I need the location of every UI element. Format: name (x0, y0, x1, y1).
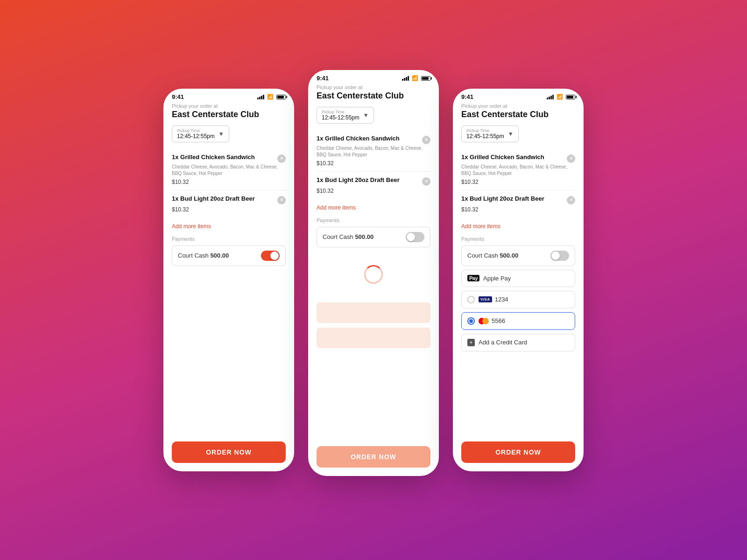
pickup-time-label-center: Pickup Time (322, 110, 359, 114)
phone-left: 9:41 📶 Pickup your order at East Centers… (163, 89, 294, 471)
status-icons-center: 📶 (402, 75, 430, 81)
apple-pay-row-right[interactable]: Pay Apple Pay (461, 270, 575, 287)
pickup-time-value-right: 12:45-12:55pm (466, 133, 504, 140)
court-cash-toggle-right[interactable] (550, 251, 569, 261)
status-bar-right: 9:41 📶 (453, 89, 584, 103)
battery-icon-center (421, 76, 430, 81)
skeleton-row-2 (317, 328, 430, 348)
item-desc-0-right: Cheddar Cheese, Avocado, Bacon, Mac & Ch… (461, 164, 575, 177)
court-cash-toggle-center[interactable] (406, 232, 424, 242)
pickup-label-center: Pickup your order at (317, 84, 430, 90)
court-cash-row-left: Court Cash 500.00 (172, 245, 286, 266)
loading-area-center (317, 251, 430, 348)
item-name-1-left: 1x Bud Light 20oz Draft Beer (172, 195, 277, 202)
pickup-time-value-left: 12:45-12:55pm (177, 133, 215, 140)
chevron-down-icon-right: ▼ (508, 131, 514, 137)
wifi-icon-left: 📶 (267, 94, 274, 100)
signal-icon-right (547, 95, 554, 99)
phone-right-content: Pickup your order at East Centerstate Cl… (453, 103, 584, 441)
item-desc-0-center: Cheddar Cheese, Avocado, Bacon, Mac & Ch… (317, 145, 430, 158)
phone-center-content: Pickup your order at East Centerstate Cl… (308, 84, 439, 446)
status-time-left: 9:41 (172, 93, 184, 100)
order-item-1-right: 1x Bud Light 20oz Draft Beer ✕ $10.32 (461, 190, 575, 217)
venue-name-right: East Centerstate Club (461, 110, 575, 120)
order-now-button-center[interactable]: ORDER NOW (317, 446, 430, 468)
remove-item-1-left[interactable]: ✕ (277, 196, 286, 204)
add-more-link-left[interactable]: Add more items (172, 223, 286, 230)
pickup-time-box-right[interactable]: Pickup Time 12:45-12:55pm ▼ (461, 126, 519, 142)
court-cash-text-center: Court Cash 500.00 (323, 233, 374, 240)
add-card-label: Add a Credit Card (479, 339, 527, 346)
item-name-0-center: 1x Grilled Chicken Sandwich (317, 135, 422, 142)
add-card-content: + Add a Credit Card (467, 339, 527, 346)
pickup-label-right: Pickup your order at (461, 103, 575, 109)
mastercard-card-number-right: 5566 (492, 317, 505, 324)
remove-item-1-right[interactable]: ✕ (567, 196, 575, 204)
phone-center: 9:41 📶 Pickup your order at East Centers… (308, 70, 439, 476)
remove-item-0-center[interactable]: ✕ (422, 136, 430, 144)
pickup-time-box-center[interactable]: Pickup Time 12:45-12:55pm ▼ (317, 107, 374, 124)
order-item-0-right: 1x Grilled Chicken Sandwich ✕ Cheddar Ch… (461, 149, 575, 190)
item-desc-0-left: Cheddar Cheese, Avocado, Bacon, Mac & Ch… (172, 164, 286, 177)
apple-pay-label: Apple Pay (483, 275, 511, 282)
skeleton-row-1 (317, 302, 430, 323)
add-more-link-center[interactable]: Add more items (317, 204, 430, 211)
status-time-right: 9:41 (461, 93, 473, 100)
apple-pay-logo-icon: Pay (467, 275, 479, 281)
battery-icon-right (566, 95, 575, 99)
apple-pay-content: Pay Apple Pay (467, 275, 511, 282)
order-item-1-center: 1x Bud Light 20oz Draft Beer ✕ $10.32 (317, 172, 430, 199)
remove-item-0-right[interactable]: ✕ (567, 154, 575, 163)
pickup-label-left: Pickup your order at (172, 103, 286, 109)
pickup-time-label-left: Pickup Time (177, 128, 215, 133)
item-name-0-right: 1x Grilled Chicken Sandwich (461, 154, 567, 161)
order-now-button-left[interactable]: ORDER NOW (172, 441, 286, 463)
wifi-icon-right: 📶 (557, 94, 563, 100)
phone-right: 9:41 📶 Pickup your order at East Centers… (453, 89, 584, 471)
add-card-row-right[interactable]: + Add a Credit Card (461, 334, 575, 351)
remove-item-0-left[interactable]: ✕ (277, 154, 286, 163)
payments-label-right: Payments (461, 236, 575, 242)
court-cash-text-left: Court Cash 500.00 (178, 252, 229, 259)
loading-spinner-center (364, 265, 383, 284)
mastercard-icon-right (479, 318, 489, 324)
payments-label-center: Payments (317, 217, 430, 223)
chevron-down-icon-center: ▼ (363, 112, 369, 119)
status-icons-left: 📶 (257, 94, 286, 100)
battery-icon-left (276, 95, 286, 99)
item-price-0-left: $10.32 (172, 179, 286, 185)
pickup-time-box-left[interactable]: Pickup Time 12:45-12:55pm ▼ (172, 126, 229, 142)
visa-radio-right[interactable] (467, 296, 475, 303)
status-time-center: 9:41 (317, 75, 329, 82)
venue-name-center: East Centerstate Club (317, 91, 430, 101)
item-name-0-left: 1x Grilled Chicken Sandwich (172, 154, 277, 161)
item-name-1-center: 1x Bud Light 20oz Draft Beer (317, 176, 422, 183)
item-price-1-right: $10.32 (461, 206, 575, 213)
plus-icon-right: + (467, 339, 475, 346)
item-price-1-center: $10.32 (317, 188, 430, 194)
visa-card-number-right: 1234 (495, 296, 508, 303)
visa-icon-right: VISA (479, 296, 492, 302)
wifi-icon-center: 📶 (412, 75, 418, 81)
pickup-time-label-right: Pickup Time (466, 128, 504, 133)
payments-label-left: Payments (172, 236, 286, 242)
mastercard-radio-right[interactable] (467, 317, 475, 325)
pickup-time-value-center: 12:45-12:55pm (322, 114, 359, 121)
venue-name-left: East Centerstate Club (172, 110, 286, 120)
item-name-1-right: 1x Bud Light 20oz Draft Beer (461, 195, 567, 202)
mastercard-row-right[interactable]: 5566 (461, 312, 575, 330)
item-price-0-center: $10.32 (317, 160, 430, 167)
status-bar-center: 9:41 📶 (308, 70, 439, 84)
remove-item-1-center[interactable]: ✕ (422, 177, 430, 186)
payments-section-right: Payments Court Cash 500.00 Pay Apple Pay (461, 236, 575, 351)
chevron-down-icon-left: ▼ (218, 131, 224, 137)
signal-icon-center (402, 76, 409, 81)
phone-left-content: Pickup your order at East Centerstate Cl… (163, 103, 294, 441)
item-price-1-left: $10.32 (172, 206, 286, 213)
court-cash-toggle-left[interactable] (261, 251, 280, 261)
visa-row-right[interactable]: VISA 1234 (461, 291, 575, 308)
order-item-1-left: 1x Bud Light 20oz Draft Beer ✕ $10.32 (172, 190, 286, 217)
court-cash-text-right: Court Cash 500.00 (467, 252, 518, 259)
add-more-link-right[interactable]: Add more items (461, 223, 575, 230)
order-now-button-right[interactable]: ORDER NOW (461, 441, 575, 463)
